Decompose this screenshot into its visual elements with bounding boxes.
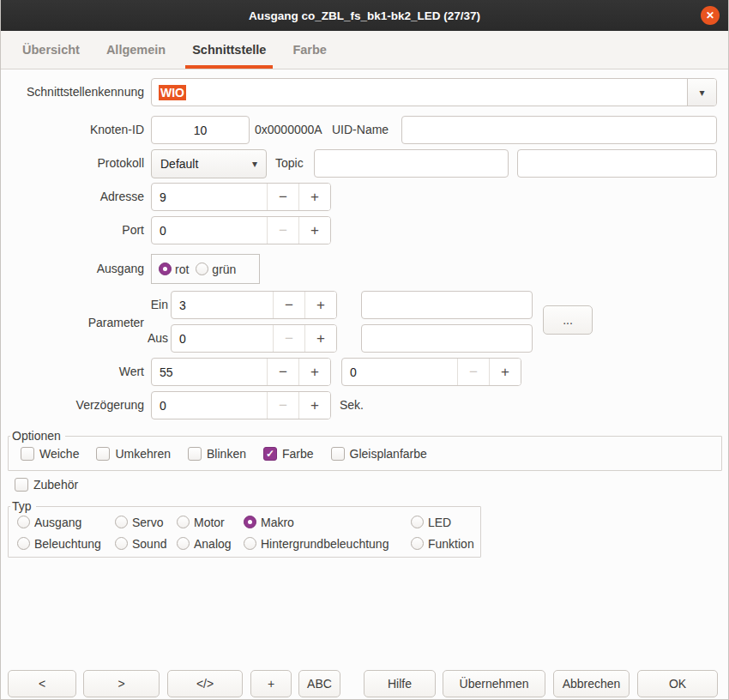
radio-gruen[interactable]: grün — [196, 262, 236, 276]
radio-icon — [17, 516, 30, 528]
minus-button: − — [273, 325, 304, 352]
minus-icon: − — [279, 397, 287, 414]
checkbox-weiche[interactable]: Weiche — [21, 447, 79, 461]
parameter-off-input[interactable]: 0 — [172, 325, 273, 352]
tab-bar: Übersicht Allgemein Schnittstelle Farbe — [1, 31, 728, 69]
radio-icon — [115, 537, 128, 550]
parameter-off-label: Aus — [112, 324, 168, 353]
radio-icon — [177, 516, 190, 528]
apply-button[interactable]: Übernehmen — [443, 670, 545, 697]
topic-input[interactable] — [314, 149, 509, 178]
parameter-on-spinner: 3 − + — [171, 291, 337, 319]
radio-icon — [411, 537, 424, 550]
plus-icon: + — [310, 189, 319, 206]
topic-input-2[interactable] — [517, 149, 717, 178]
parameter-on-input[interactable]: 3 — [172, 292, 273, 318]
radio-typ-analog[interactable]: Analog — [177, 537, 244, 551]
tab-schnittstelle[interactable]: Schnittstelle — [185, 31, 273, 69]
minus-button: − — [267, 217, 298, 244]
output-label: Ausgang — [1, 255, 144, 283]
minus-button[interactable]: − — [267, 184, 298, 210]
radio-typ-hintergrundbeleuchtung[interactable]: Hintergrundbeleuchtung — [244, 537, 411, 551]
checkbox-umkehren[interactable]: Umkehren — [96, 447, 171, 461]
dialog-window: Ausgang co_ZBL_fs_bk1-bk2_LED (27/37) ✕ … — [0, 0, 729, 700]
radio-typ-motor[interactable]: Motor — [177, 516, 244, 529]
value-spinner-2: 0 − + — [341, 358, 521, 386]
plus-button[interactable]: + — [489, 359, 521, 385]
checkbox-gleisplanfarbe[interactable]: Gleisplanfarbe — [331, 447, 427, 461]
checkbox-blinken[interactable]: Blinken — [188, 447, 246, 461]
plus-button[interactable]: + — [304, 325, 336, 352]
minus-icon: − — [469, 364, 478, 381]
plus-button[interactable]: + — [298, 359, 330, 385]
checkbox-farbe[interactable]: ✓ Farbe — [263, 447, 314, 461]
radio-typ-servo[interactable]: Servo — [115, 516, 177, 529]
prev-button[interactable]: < — [8, 670, 76, 697]
minus-button[interactable]: − — [273, 292, 304, 318]
plus-button[interactable]: + — [304, 292, 336, 318]
tab-farbe[interactable]: Farbe — [286, 31, 334, 69]
radio-rot[interactable]: rot — [159, 262, 189, 276]
ok-button[interactable]: OK — [637, 670, 718, 697]
cancel-button[interactable]: Abbrechen — [553, 670, 630, 697]
help-button[interactable]: Hilfe — [364, 670, 436, 697]
interface-id-dropdown-button[interactable]: ▾ — [687, 79, 716, 106]
minus-button: − — [267, 392, 298, 419]
minus-button[interactable]: − — [267, 359, 298, 385]
radio-typ-makro[interactable]: Makro — [244, 516, 411, 529]
uid-name-label: UID-Name — [332, 116, 389, 144]
radio-icon — [244, 537, 256, 550]
interface-id-combo: WIO ▾ — [151, 78, 717, 106]
selected-text: WIO — [159, 85, 186, 100]
add-button[interactable]: + — [250, 670, 292, 697]
uid-name-input[interactable] — [401, 116, 717, 144]
protocol-dropdown[interactable]: Default ▾ — [151, 149, 267, 178]
interface-id-label: Schnittstellenkennung — [1, 78, 144, 106]
close-button[interactable]: ✕ — [701, 6, 720, 25]
plus-icon: + — [316, 297, 325, 314]
chevron-down-icon: ▾ — [252, 158, 257, 170]
address-label: Adresse — [1, 183, 144, 211]
checkbox-icon — [21, 447, 34, 461]
value-spinner-1: 55 − + — [151, 358, 331, 386]
plus-icon: + — [316, 330, 325, 347]
parameter-more-button[interactable]: ... — [543, 305, 593, 335]
parameter-on-text-input[interactable] — [361, 291, 533, 319]
node-id-hex: 0x0000000A — [255, 116, 322, 144]
titlebar[interactable]: Ausgang co_ZBL_fs_bk1-bk2_LED (27/37) ✕ — [1, 0, 728, 31]
chevron-down-icon: ▾ — [699, 87, 704, 99]
value-input-2[interactable]: 0 — [342, 359, 457, 385]
radio-typ-ausgang[interactable]: Ausgang — [17, 516, 115, 529]
delay-unit: Sek. — [340, 391, 364, 419]
radio-typ-beleuchtung[interactable]: Beleuchtung — [17, 537, 115, 551]
address-spinner: 9 − + — [151, 183, 331, 211]
radio-typ-led[interactable]: LED — [411, 516, 477, 529]
plus-icon: + — [501, 364, 509, 381]
radio-typ-funktion[interactable]: Funktion — [411, 537, 477, 551]
plus-button[interactable]: + — [298, 184, 330, 210]
checkbox-zubehoer[interactable]: Zubehör — [15, 478, 78, 492]
plus-button[interactable]: + — [298, 217, 330, 244]
tab-uebersicht[interactable]: Übersicht — [15, 31, 87, 69]
address-input[interactable]: 9 — [152, 184, 267, 210]
tab-allgemein[interactable]: Allgemein — [99, 31, 172, 69]
checkbox-icon — [331, 447, 345, 461]
interface-id-input[interactable]: WIO — [152, 79, 687, 106]
value-input-1[interactable]: 55 — [152, 359, 267, 385]
checkbox-checked-icon: ✓ — [263, 447, 277, 461]
port-input[interactable]: 0 — [152, 217, 267, 244]
checkbox-icon — [15, 478, 28, 492]
plus-button[interactable]: + — [298, 392, 330, 419]
delay-spinner: 0 − + — [151, 391, 331, 419]
delay-input[interactable]: 0 — [152, 392, 267, 419]
xml-button[interactable]: </> — [167, 670, 243, 697]
port-spinner: 0 − + — [151, 216, 331, 244]
radio-typ-sound[interactable]: Sound — [115, 537, 177, 551]
node-id-input[interactable]: 10 — [151, 116, 250, 144]
abc-button[interactable]: ABC — [298, 670, 340, 697]
plus-icon: + — [310, 397, 319, 414]
parameter-off-text-input[interactable] — [361, 324, 533, 353]
next-button[interactable]: > — [83, 670, 160, 697]
close-icon: ✕ — [706, 9, 714, 21]
radio-icon — [411, 516, 424, 528]
